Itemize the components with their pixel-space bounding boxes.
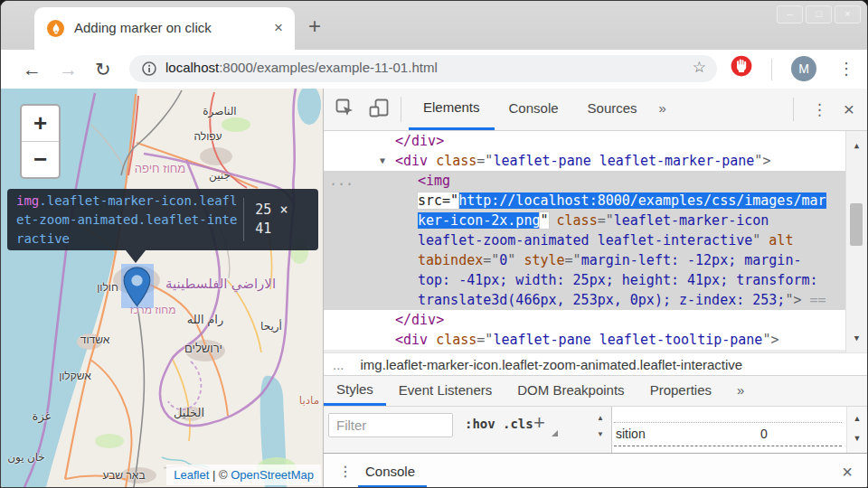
attribute-editor[interactable]: ": [540, 212, 548, 229]
map-label: جنين: [209, 169, 231, 182]
inspect-tooltip-divider: [243, 198, 244, 241]
bookmark-star-icon[interactable]: ☆: [693, 58, 706, 77]
scrollbar-thumb[interactable]: [850, 203, 863, 246]
dom-node-row-selected[interactable]: src="http://localhost:8000/examples/css/…: [324, 191, 846, 211]
more-sidebar-tabs-icon[interactable]: »: [724, 376, 757, 406]
browser-tab[interactable]: Adding marker on click ×: [34, 7, 295, 50]
leaflet-link[interactable]: Leaflet: [174, 468, 209, 482]
metrics-property-value[interactable]: 0: [760, 427, 768, 441]
resize-corner: [552, 430, 558, 436]
map-label: ירושלים: [184, 342, 222, 355]
console-drawer: ⋮ Console ×: [324, 453, 867, 488]
dom-node-row-selected[interactable]: ker-icon-2x.png" class="leaflet-marker-i…: [324, 211, 846, 230]
devtools-menu-icon[interactable]: ⋮: [801, 100, 838, 119]
maximize-button[interactable]: □: [806, 5, 832, 23]
expand-arrow-icon[interactable]: ▼: [380, 151, 385, 171]
dom-node-row-selected[interactable]: translate3d(466px, 253px, 0px); z-index:…: [324, 290, 846, 310]
tab-elements[interactable]: Elements: [409, 89, 495, 130]
leaflet-map[interactable]: الناصرة עפולה מחוז חיפה جنين חולון מחוז …: [1, 89, 323, 487]
map-label: עפולה: [193, 130, 222, 143]
map-label: אשדוד: [80, 333, 109, 346]
dom-node-row-selected[interactable]: leaflet-zoom-animated leaflet-interactiv…: [324, 230, 846, 250]
tab-favicon-flame-icon: [47, 20, 64, 37]
profile-avatar[interactable]: M: [791, 56, 816, 81]
browser-menu-icon[interactable]: ⋮: [838, 50, 854, 89]
drawer-console-tab[interactable]: Console: [365, 454, 415, 488]
selected-text: ker-icon-2x.png: [418, 212, 540, 229]
devtools-close-icon[interactable]: ×: [838, 99, 867, 120]
dom-node-row[interactable]: </div>: [324, 310, 846, 330]
elements-scrollbar[interactable]: ▲ ▼: [845, 131, 867, 352]
device-toolbar-icon[interactable]: [369, 99, 389, 120]
inspect-element-icon[interactable]: [335, 99, 354, 120]
dom-node-row[interactable]: <div class="leaflet-pane leaflet-tooltip…: [324, 330, 846, 350]
scroll-up-icon[interactable]: ▲: [597, 414, 604, 422]
dom-node-row-selected[interactable]: tabindex="0" style="margin-left: -12px; …: [324, 250, 846, 270]
box-model-border: [614, 422, 842, 423]
map-zoom-control: + −: [20, 104, 61, 179]
scroll-up-icon[interactable]: ▲: [846, 136, 867, 155]
dom-node-row-selected[interactable]: ...<img: [324, 171, 846, 191]
tab-console[interactable]: Console: [495, 89, 573, 130]
tab-properties[interactable]: Properties: [637, 376, 724, 406]
elements-tree: </div> ▼<div class="leaflet-pane leaflet…: [324, 131, 867, 352]
dom-node-row-selected[interactable]: top: -41px; width: 25px; height: 41px; t…: [324, 270, 846, 290]
map-marker-pin[interactable]: [123, 267, 151, 311]
reload-icon[interactable]: ↻: [95, 50, 111, 89]
url-bar[interactable]: localhost:8000/examples/example-11-01.ht…: [129, 55, 717, 82]
scroll-down-icon[interactable]: ▼: [597, 430, 604, 438]
dom-node-row[interactable]: </div>: [324, 131, 846, 151]
attribute-editor[interactable]: src=": [418, 192, 458, 209]
drawer-menu-icon[interactable]: ⋮: [338, 454, 353, 488]
tab-styles[interactable]: Styles: [324, 376, 386, 406]
gutter-ellipsis[interactable]: ...: [329, 171, 354, 191]
breadcrumb-ellipsis[interactable]: ...: [333, 357, 344, 372]
zoom-out-button[interactable]: −: [22, 142, 59, 177]
metrics-property-label: sition: [616, 427, 646, 441]
metrics-pane: sition 0 ▲ ▼: [612, 407, 867, 453]
scroll-down-icon[interactable]: ▼: [847, 434, 867, 443]
map-label: أريحا: [260, 320, 282, 333]
minimize-button[interactable]: –: [777, 5, 803, 23]
openstreetmap-link[interactable]: OpenStreetMap: [231, 468, 314, 482]
metrics-scrollbar[interactable]: ▲ ▼: [846, 407, 867, 453]
styles-filter-input[interactable]: [328, 413, 453, 437]
inspect-tooltip: img.leaflet-marker-icon.leaflet-zoom-ani…: [7, 189, 318, 250]
more-tabs-icon[interactable]: »: [652, 89, 674, 130]
box-model-border-dashed: [614, 446, 842, 446]
zoom-in-button[interactable]: +: [22, 106, 59, 142]
dom-node-row[interactable]: ▼<div class="leaflet-pane leaflet-marker…: [324, 151, 846, 171]
tab-dom-breakpoints[interactable]: DOM Breakpoints: [505, 376, 637, 406]
new-style-rule-button[interactable]: +: [533, 411, 545, 435]
window-controls: – □ ×: [777, 5, 861, 23]
tab-strip: – □ × Adding marker on click × +: [1, 1, 867, 50]
map-label: الاراضي الفلسطينية: [165, 276, 276, 292]
page-info-icon[interactable]: [142, 61, 156, 76]
inspect-tooltip-selector: img.leaflet-marker-icon.leaflet-zoom-ani…: [16, 192, 240, 249]
url-text: localhost:8000/examples/example-11-01.ht…: [165, 60, 438, 75]
breadcrumb-selector[interactable]: img.leaflet-marker-icon.leaflet-zoom-ani…: [361, 357, 743, 372]
toolbar-separator: [771, 59, 772, 80]
hov-toggle[interactable]: :hov: [465, 417, 495, 431]
map-label: אשקלון: [59, 370, 91, 382]
window-close-button[interactable]: ×: [835, 5, 861, 23]
browser-toolbar: ← → ↻ localhost:8000/examples/example-11…: [1, 50, 867, 89]
elements-breadcrumb: ... img.leaflet-marker-icon.leaflet-zoom…: [324, 352, 867, 376]
tab-close-icon[interactable]: ×: [274, 19, 283, 37]
new-tab-button[interactable]: +: [308, 14, 321, 39]
map-label: الخليل: [174, 406, 204, 419]
inspect-tooltip-arrow: [126, 250, 146, 263]
scroll-down-icon[interactable]: ▼: [846, 328, 867, 348]
map-label: رام الله: [187, 313, 223, 326]
tab-event-listeners[interactable]: Event Listeners: [386, 376, 505, 406]
dom-node-row[interactable]: <div class="leaflet-pane leaflet-: [324, 350, 846, 352]
devtools-panel: Elements Console Sources » ⋮ × </div> ▼<…: [323, 89, 867, 487]
extension-hand-icon[interactable]: [730, 54, 753, 81]
tab-sources[interactable]: Sources: [573, 89, 652, 130]
cls-toggle[interactable]: .cls: [503, 417, 533, 431]
scroll-up-icon[interactable]: ▲: [847, 414, 867, 423]
drawer-close-icon[interactable]: ×: [842, 454, 853, 488]
devtools-toolbar: Elements Console Sources » ⋮ ×: [324, 89, 867, 131]
back-icon[interactable]: ←: [23, 50, 42, 89]
inspect-tooltip-tag: img: [16, 193, 39, 208]
